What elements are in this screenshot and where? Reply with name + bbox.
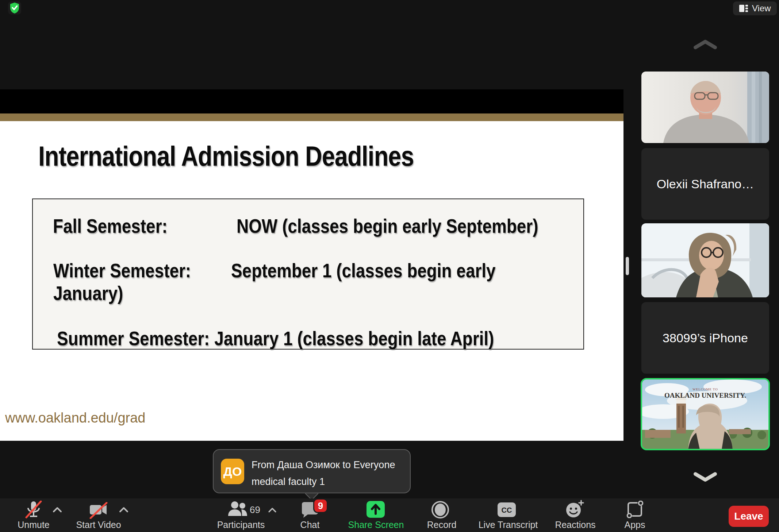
start-video-button[interactable] xyxy=(87,502,110,520)
fall-semester-value: NOW (classes begin early September) xyxy=(237,215,591,237)
participants-count: 69 xyxy=(250,504,260,516)
closed-captions-icon: CC xyxy=(497,502,516,517)
participants-options-button[interactable] xyxy=(268,507,277,514)
zoom-meeting-window: View International Admission Deadlines F… xyxy=(0,0,779,532)
summer-semester-line: Summer Semester: January 1 (classes begi… xyxy=(57,327,571,350)
slide-gold-band xyxy=(0,113,623,121)
participant-video-tile-1[interactable] xyxy=(641,72,769,143)
chat-unread-badge: 9 xyxy=(313,498,328,513)
participant-video-tile-5-active[interactable]: WELCOME TO OAKLAND UNIVERSITY. xyxy=(641,379,769,450)
fall-semester-label: Fall Semester: xyxy=(53,215,188,237)
chat-label: Chat xyxy=(300,520,320,530)
chevron-down-icon xyxy=(692,471,718,483)
record-icon xyxy=(431,501,449,519)
record-label: Record xyxy=(427,520,457,530)
participants-icon xyxy=(227,501,248,517)
start-video-label: Start Video xyxy=(76,520,121,530)
microphone-muted-icon xyxy=(24,501,43,519)
participant-namecard-tile-2[interactable]: Olexii Shafrano… xyxy=(641,148,769,220)
participants-label: Participants xyxy=(217,520,265,530)
slide-url: www.oakland.edu/grad xyxy=(5,410,145,426)
chevron-up-small-icon xyxy=(53,506,62,513)
apps-label: Apps xyxy=(625,520,645,530)
winter-semester-label: Winter Semester: xyxy=(53,259,215,282)
video-options-button[interactable] xyxy=(119,506,128,514)
shield-check-icon xyxy=(9,2,20,14)
view-button[interactable]: View xyxy=(733,1,777,15)
live-transcript-button[interactable]: CC xyxy=(497,502,516,519)
chat-sender-avatar: ДО xyxy=(221,459,244,484)
winter-semester-value: September 1 (classes begin early xyxy=(231,259,542,282)
svg-text:WELCOME TO: WELCOME TO xyxy=(692,388,718,391)
share-screen-icon xyxy=(366,501,385,518)
chevron-up-icon xyxy=(692,39,718,50)
reactions-label: Reactions xyxy=(555,520,595,530)
participant-name: Olexii Shafrano… xyxy=(657,177,754,191)
record-button[interactable] xyxy=(431,501,449,520)
sidebar-scrollbar[interactable] xyxy=(626,257,629,275)
participant-video-tile-3[interactable] xyxy=(641,223,769,297)
view-button-label: View xyxy=(752,3,771,14)
chat-popup-message: medical faculty 1 xyxy=(252,476,325,487)
participant-namecard-tile-4[interactable]: 38099’s iPhone xyxy=(641,302,769,374)
chat-notification-popup[interactable]: ДО From Даша Озимок to Everyone medical … xyxy=(213,449,411,493)
reactions-button[interactable] xyxy=(565,500,584,520)
unmute-options-button[interactable] xyxy=(53,506,62,514)
svg-text:OAKLAND UNIVERSITY.: OAKLAND UNIVERSITY. xyxy=(664,392,746,399)
chevron-up-small-icon xyxy=(119,506,128,513)
participant-video-2 xyxy=(641,223,769,297)
share-screen-button[interactable] xyxy=(366,501,385,520)
leave-button[interactable]: Leave xyxy=(729,506,769,527)
participants-button[interactable] xyxy=(227,501,248,518)
sidebar-collapse-down-button[interactable] xyxy=(692,471,718,484)
apps-icon xyxy=(626,501,644,518)
camera-off-icon xyxy=(87,502,110,519)
share-screen-label: Share Screen xyxy=(348,520,404,530)
live-transcript-label: Live Transcript xyxy=(479,520,538,530)
leave-button-label: Leave xyxy=(734,510,763,522)
gallery-view-icon xyxy=(739,4,748,13)
unmute-button[interactable] xyxy=(24,501,43,520)
svg-text:CC: CC xyxy=(502,506,512,514)
security-shield-button[interactable] xyxy=(8,1,21,15)
participant-video-3: WELCOME TO OAKLAND UNIVERSITY. xyxy=(641,379,769,450)
smiley-plus-icon xyxy=(565,500,584,518)
apps-button[interactable] xyxy=(626,501,644,520)
slide-title: International Admission Deadlines xyxy=(38,140,480,172)
chat-popup-header: From Даша Озимок to Everyone xyxy=(252,459,395,471)
chevron-up-small-icon xyxy=(268,507,277,513)
sidebar-collapse-up-button[interactable] xyxy=(692,39,718,52)
participant-video-1 xyxy=(641,72,769,143)
winter-semester-wrap: January) xyxy=(53,282,135,304)
unmute-label: Unmute xyxy=(18,520,50,530)
participant-name: 38099’s iPhone xyxy=(663,331,748,345)
slide-top-black-band xyxy=(0,89,623,113)
